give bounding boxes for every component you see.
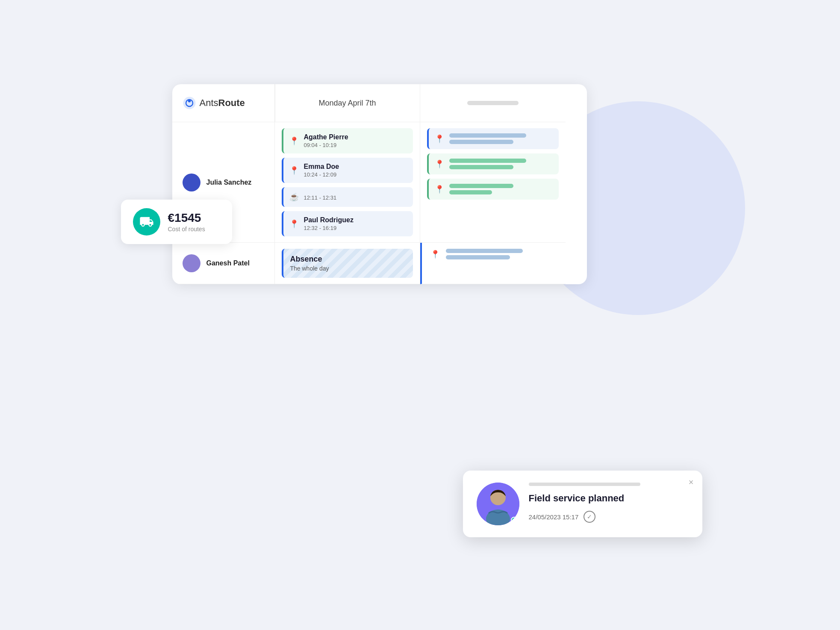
close-button[interactable]: × — [689, 477, 694, 487]
julia-name: Julia Sanchez — [206, 179, 252, 186]
svg-point-0 — [183, 97, 195, 109]
logo-route: Route — [218, 97, 245, 108]
notification-card: Field service planned 24/05/2023 15:17 ✓… — [463, 471, 702, 537]
svg-point-2 — [188, 100, 190, 102]
online-dot — [511, 517, 518, 524]
break-time: 12:11 - 12:31 — [304, 194, 337, 201]
break-icon: ☕ — [289, 192, 299, 202]
julia-appointments: 📍 Agathe Pierre 09:04 - 10:19 📍 Emma Doe… — [275, 122, 420, 243]
logo-cell: AntsRoute — [172, 84, 275, 122]
logo-ants: Ants — [200, 97, 218, 108]
ganesh-avatar — [183, 254, 200, 272]
route-bar-1b — [449, 140, 513, 144]
julia-avatar — [183, 174, 200, 191]
appointment-agathe[interactable]: 📍 Agathe Pierre 09:04 - 10:19 — [282, 128, 413, 153]
paul-time: 12:32 - 16:19 — [304, 225, 354, 231]
date-cell: Monday April 7th — [275, 84, 420, 122]
route-item-3: 📍 — [427, 179, 559, 200]
route-bar-3b — [449, 190, 492, 194]
appointment-emma[interactable]: 📍 Emma Doe 10:24 - 12:09 — [282, 158, 413, 183]
route-item-1: 📍 — [427, 128, 559, 149]
cost-label: Cost of routes — [168, 226, 205, 233]
location-icon-agathe: 📍 — [289, 136, 299, 146]
ganesh-name: Ganesh Patel — [206, 259, 250, 267]
agathe-info: Agathe Pierre 09:04 - 10:19 — [304, 133, 348, 148]
route-bar-2a — [449, 159, 526, 163]
cost-amount: €1545 — [168, 211, 205, 225]
extra-cell — [420, 84, 566, 122]
agathe-time: 09:04 - 10:19 — [304, 142, 348, 148]
logo-text: AntsRoute — [200, 97, 245, 109]
route-bar-2b — [449, 165, 513, 169]
location-icon-emma: 📍 — [289, 166, 299, 175]
absence-label: Absence — [290, 255, 406, 264]
notif-content: Field service planned 24/05/2023 15:17 ✓ — [529, 483, 689, 523]
ganesh-agent-cell: Ganesh Patel — [172, 243, 275, 284]
pin-icon-3: 📍 — [435, 185, 444, 194]
cost-text: €1545 Cost of routes — [168, 211, 205, 233]
ganesh-right: 📍 — [420, 243, 566, 284]
appointment-break: ☕ 12:11 - 12:31 — [282, 187, 413, 207]
emma-time: 10:24 - 12:09 — [304, 171, 339, 178]
notif-date: 24/05/2023 15:17 — [529, 513, 579, 521]
cost-card: €1545 Cost of routes — [121, 200, 232, 244]
emma-name: Emma Doe — [304, 163, 339, 171]
pin-icon-ganesh: 📍 — [430, 250, 440, 259]
route-item-2: 📍 — [427, 153, 559, 174]
table-grid: AntsRoute Monday April 7th Julia Sanchez… — [172, 84, 587, 284]
ganesh-bar-b — [446, 255, 510, 259]
ganesh-appointments: Absence The whole day — [275, 243, 420, 284]
route-bar-1a — [449, 133, 526, 138]
pin-icon-2: 📍 — [435, 159, 444, 169]
ganesh-bar-a — [446, 249, 523, 253]
julia-right: 📍 📍 📍 — [420, 122, 566, 243]
notif-avatar — [477, 483, 519, 525]
cost-icon — [133, 208, 160, 236]
agathe-name: Agathe Pierre — [304, 133, 348, 141]
main-card: AntsRoute Monday April 7th Julia Sanchez… — [172, 84, 587, 284]
check-icon: ✓ — [584, 511, 595, 523]
absence-sublabel: The whole day — [290, 265, 406, 272]
route-lines-2 — [449, 159, 526, 169]
notif-placeholder-bar — [529, 483, 641, 486]
logo-icon — [183, 96, 196, 110]
route-lines-1 — [449, 133, 526, 144]
break-info: 12:11 - 12:31 — [304, 194, 337, 201]
paul-name: Paul Rodriguez — [304, 216, 354, 224]
header-bar — [467, 101, 519, 105]
pin-icon-1: 📍 — [435, 134, 444, 144]
route-lines-3 — [449, 184, 513, 194]
header-date: Monday April 7th — [318, 99, 376, 108]
truck-icon — [139, 215, 154, 229]
paul-info: Paul Rodriguez 12:32 - 16:19 — [304, 216, 354, 231]
notif-title: Field service planned — [529, 493, 689, 504]
route-bar-3a — [449, 184, 513, 188]
absence-item: Absence The whole day — [282, 249, 413, 278]
emma-info: Emma Doe 10:24 - 12:09 — [304, 163, 339, 178]
location-icon-paul: 📍 — [289, 219, 299, 229]
notif-date-row: 24/05/2023 15:17 ✓ — [529, 511, 689, 523]
appointment-paul[interactable]: 📍 Paul Rodriguez 12:32 - 16:19 — [282, 211, 413, 236]
ganesh-route-lines — [446, 249, 523, 259]
